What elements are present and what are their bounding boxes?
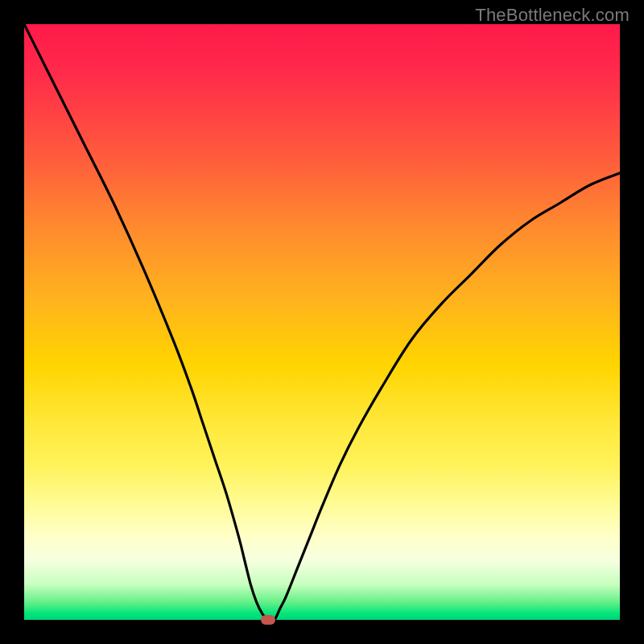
plot-area: [24, 24, 620, 620]
watermark-text: TheBottleneck.com: [475, 5, 630, 26]
curve-path: [24, 24, 620, 620]
chart-frame: TheBottleneck.com: [0, 0, 644, 644]
bottleneck-curve: [24, 24, 620, 620]
optimal-point-marker: [261, 615, 275, 625]
